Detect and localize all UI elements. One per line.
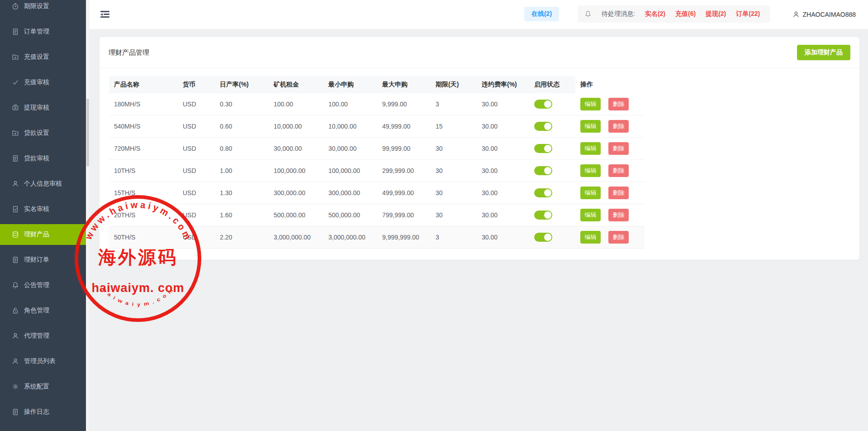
delete-button[interactable]: 删除 xyxy=(608,142,629,155)
sidebar-item-label: 系统配置 xyxy=(24,383,49,391)
wallet-icon xyxy=(11,104,19,112)
edit-button[interactable]: 编辑 xyxy=(580,142,601,155)
sidebar-item-label: 充值设置 xyxy=(24,53,49,61)
cell-max-subscribe: 99,999.00 xyxy=(377,138,431,160)
enable-toggle[interactable] xyxy=(534,211,552,220)
sidebar-item-label: 个人信息审核 xyxy=(24,180,62,188)
sidebar-item-link[interactable]: 实名审核 xyxy=(0,199,86,220)
sidebar-item-label: 操作日志 xyxy=(24,408,49,416)
sidebar-item-active[interactable]: 理财产品 xyxy=(0,224,86,245)
sidebar-item-link[interactable]: 操作日志 xyxy=(0,402,86,422)
enable-toggle[interactable] xyxy=(534,233,552,242)
sidebar-item-link[interactable]: 个人信息审核 xyxy=(0,173,86,194)
column-header: 最小申购 xyxy=(323,76,377,93)
database-icon xyxy=(11,231,19,239)
cell-product-name: 20TH/S xyxy=(109,204,178,226)
sidebar-menu: 期限设置 订单管理 充值设置 充值审核 提现审核 贷款设置 贷款审核 个人信息审… xyxy=(0,0,86,422)
sidebar-item-link[interactable]: 提现审核 xyxy=(0,97,86,118)
sidebar-item-link[interactable]: 公告管理 xyxy=(0,275,86,296)
cell-min-subscribe: 3,000,000.00 xyxy=(323,226,377,249)
clock-icon xyxy=(11,3,19,10)
cell-penalty-rate: 30.00 xyxy=(477,93,529,115)
sidebar-item-label: 理财产品 xyxy=(24,230,49,239)
column-header: 货币 xyxy=(178,76,215,93)
enable-toggle[interactable] xyxy=(534,122,552,131)
sidebar-item-link[interactable]: 理财订单 xyxy=(0,249,86,270)
document-icon xyxy=(11,155,19,163)
delete-button[interactable]: 删除 xyxy=(608,164,629,177)
enable-toggle[interactable] xyxy=(534,144,552,153)
sidebar-item-label: 贷款审核 xyxy=(24,154,49,163)
sidebar-item-label: 订单管理 xyxy=(24,28,49,36)
cell-product-name: 720MH/S xyxy=(109,138,178,160)
sidebar-item-link[interactable]: 订单管理 xyxy=(0,21,86,42)
cell-currency: USD xyxy=(178,226,215,249)
cell-currency: USD xyxy=(178,115,215,138)
edit-button[interactable]: 编辑 xyxy=(580,187,601,199)
delete-button[interactable]: 删除 xyxy=(608,209,629,221)
sidebar-scrollbar-thumb[interactable] xyxy=(86,99,89,167)
online-users-badge[interactable]: 在线(2) xyxy=(524,7,559,21)
sidebar-item-link[interactable]: 充值审核 xyxy=(0,72,86,93)
delete-button[interactable]: 删除 xyxy=(608,231,629,244)
product-management-card: 理财产品管理 添加理财产品 产品名称货币日产率(%)矿机租金最小申购最大申购期限… xyxy=(100,37,859,260)
sidebar-item-link[interactable]: 代理管理 xyxy=(0,326,86,346)
stamp-site-text: haiwaiym. com xyxy=(91,281,184,295)
add-product-button[interactable]: 添加理财产品 xyxy=(797,45,850,60)
cell-daily-rate: 1.00 xyxy=(215,160,269,182)
enable-toggle[interactable] xyxy=(534,166,552,175)
gear-icon xyxy=(11,383,19,391)
edit-button[interactable]: 编辑 xyxy=(580,209,601,221)
cell-currency: USD xyxy=(178,204,215,226)
pending-message-link[interactable]: 实名(2) xyxy=(645,10,665,18)
stamp-bottom-arc-text: h a i w a i y m . c o m xyxy=(101,287,175,307)
enable-toggle[interactable] xyxy=(534,100,552,109)
delete-button[interactable]: 删除 xyxy=(608,120,629,133)
cell-penalty-rate: 30.00 xyxy=(477,138,529,160)
pending-message-link[interactable]: 提现(2) xyxy=(706,10,726,18)
user-icon xyxy=(11,180,19,188)
cell-rent: 100.00 xyxy=(269,93,323,115)
edit-button[interactable]: 编辑 xyxy=(580,98,601,110)
sidebar-scrollbar[interactable] xyxy=(86,0,90,431)
enable-toggle[interactable] xyxy=(534,188,552,197)
cell-min-subscribe: 100,000.00 xyxy=(323,160,377,182)
cell-rent: 3,000,000.00 xyxy=(269,226,323,249)
pending-message-link[interactable]: 充值(6) xyxy=(675,10,696,18)
sidebar-item-link[interactable]: 角色管理 xyxy=(0,300,86,321)
sidebar-item-label: 角色管理 xyxy=(24,306,49,315)
delete-button[interactable]: 删除 xyxy=(608,98,629,110)
cell-period: 30 xyxy=(431,182,477,204)
table-row: 180MH/S USD 0.30 100.00 100.00 9,999.00 … xyxy=(109,93,645,115)
cell-rent: 100,000.00 xyxy=(269,160,323,182)
cell-daily-rate: 2.20 xyxy=(215,226,269,249)
lock-icon xyxy=(11,307,19,315)
sidebar-item-link[interactable]: 贷款设置 xyxy=(0,123,86,144)
sidebar-item-label: 理财订单 xyxy=(24,256,49,264)
edit-button[interactable]: 编辑 xyxy=(580,164,601,177)
svg-text:h a i w a i y m . c o m: h a i w a i y m . c o m xyxy=(101,287,175,307)
sidebar-item-link[interactable]: 贷款审核 xyxy=(0,148,86,169)
sidebar-item-link[interactable]: 充值设置 xyxy=(0,47,86,67)
collapse-menu-icon[interactable] xyxy=(100,11,109,18)
column-header: 最大申购 xyxy=(377,76,431,93)
delete-button[interactable]: 删除 xyxy=(608,187,629,199)
pending-message-link[interactable]: 订单(22) xyxy=(736,10,760,18)
column-header: 产品名称 xyxy=(109,76,178,93)
cell-penalty-rate: 30.00 xyxy=(477,115,529,138)
user-icon xyxy=(11,332,19,340)
cell-max-subscribe: 9,999,999.00 xyxy=(377,226,431,249)
table-row: 20TH/S USD 1.60 500,000.00 500,000.00 79… xyxy=(109,204,645,226)
cell-product-name: 50TH/S xyxy=(109,226,178,249)
edit-button[interactable]: 编辑 xyxy=(580,120,601,133)
topbar: 在线(2) 待处理消息: 实名(2)充值(6)提现(2)订单(22) ZHAOC… xyxy=(90,0,868,29)
folder-icon xyxy=(11,129,19,137)
sidebar-item-link[interactable]: 管理员列表 xyxy=(0,351,86,372)
sidebar-item-label: 期限设置 xyxy=(24,2,49,10)
user-menu[interactable]: ZHAOCAIMAO888 xyxy=(792,0,856,29)
sidebar-item-link[interactable]: 期限设置 xyxy=(0,0,86,17)
edit-button[interactable]: 编辑 xyxy=(580,231,601,244)
table-header-row: 产品名称货币日产率(%)矿机租金最小申购最大申购期限(天)违约费率(%)启用状态… xyxy=(109,76,645,93)
cell-min-subscribe: 30,000.00 xyxy=(323,138,377,160)
sidebar-item-link[interactable]: 系统配置 xyxy=(0,376,86,397)
